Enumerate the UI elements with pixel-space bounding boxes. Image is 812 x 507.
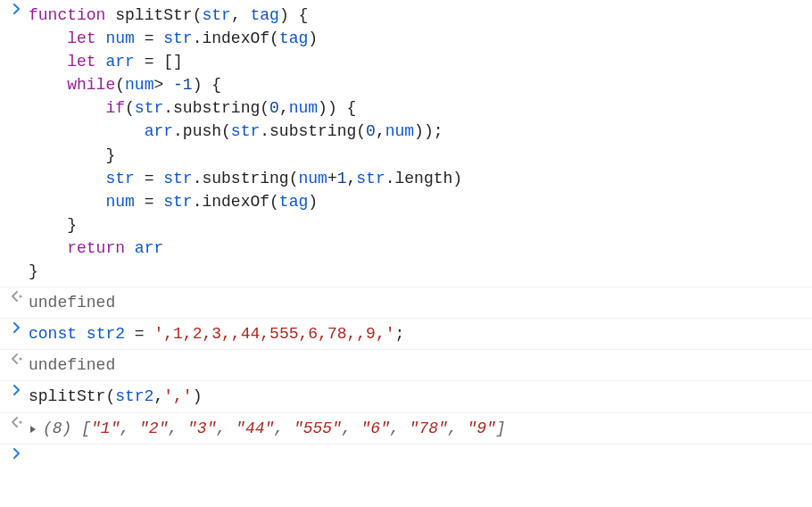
console-input-row: splitStr(str2,',') (0, 381, 812, 412)
array-length: (8) (43, 420, 81, 437)
array-item: "6" (361, 420, 390, 437)
console-input-row: function splitStr(str, tag) { let num = … (0, 0, 812, 287)
array-item: "555" (294, 420, 342, 437)
output-prompt-icon (5, 291, 29, 302)
console-output-row: (8) ["1", "2", "3", "44", "555", "6", "7… (0, 413, 812, 445)
svg-point-2 (19, 420, 21, 423)
input-prompt-icon (5, 322, 29, 333)
array-item: "1" (91, 420, 120, 437)
devtools-console: function splitStr(str, tag) { let num = … (0, 0, 812, 475)
svg-point-0 (19, 295, 21, 298)
output-prompt-icon (5, 353, 29, 364)
svg-point-1 (19, 358, 21, 361)
console-prompt-row[interactable] (0, 445, 812, 475)
array-item: "3" (187, 420, 216, 437)
result-undefined: undefined (29, 353, 812, 377)
console-input[interactable] (29, 448, 812, 471)
array-item: "44" (236, 420, 274, 437)
expand-triangle-icon[interactable] (29, 425, 37, 434)
code-block: function splitStr(str, tag) { let num = … (29, 4, 812, 283)
array-item: "78" (410, 420, 448, 437)
array-item: "9" (467, 420, 495, 437)
console-input-row: const str2 = ',1,2,3,,44,555,6,78,,9,'; (0, 319, 812, 350)
output-prompt-icon (5, 417, 29, 428)
console-output-row: undefined (0, 350, 812, 381)
code-block: splitStr(str2,',') (29, 385, 812, 408)
result-array: (8) ["1", "2", "3", "44", "555", "6", "7… (29, 417, 812, 440)
code-block: const str2 = ',1,2,3,,44,555,6,78,,9,'; (29, 322, 812, 345)
array-item: "2" (139, 420, 168, 437)
input-prompt-icon (5, 4, 29, 14)
input-prompt-icon (5, 448, 29, 459)
input-prompt-icon (5, 385, 29, 395)
console-output-row: undefined (0, 287, 812, 319)
result-undefined: undefined (29, 291, 812, 314)
